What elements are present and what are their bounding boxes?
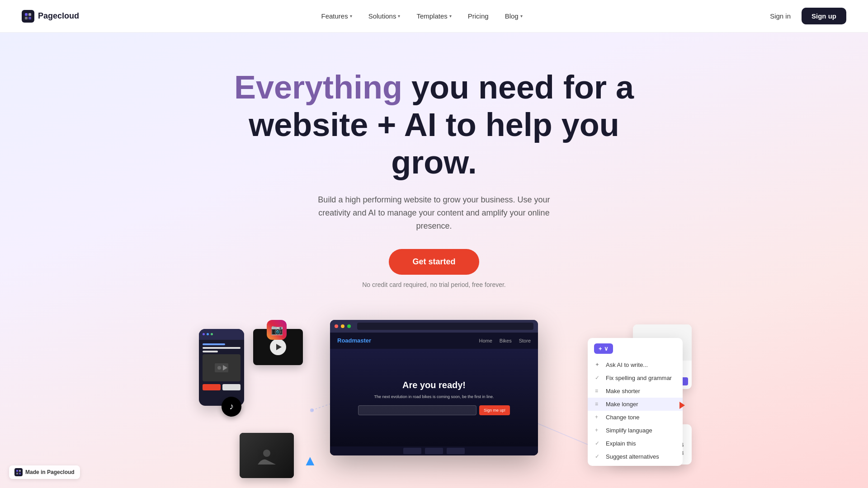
hero-section: Everything you need for a website + AI t… bbox=[0, 33, 868, 488]
nav-links: Features ▾ Solutions ▾ Templates ▾ Prici… bbox=[314, 9, 529, 23]
svg-rect-17 bbox=[16, 470, 18, 472]
svg-point-13 bbox=[263, 450, 270, 457]
svg-rect-18 bbox=[19, 470, 21, 472]
hero-title: Everything you need for a website + AI t… bbox=[231, 69, 637, 181]
check-icon: ✓ bbox=[595, 375, 601, 381]
ai-plus-button[interactable]: + ∨ bbox=[594, 343, 613, 354]
chevron-down-icon: ▾ bbox=[449, 14, 452, 19]
nav-pricing[interactable]: Pricing bbox=[461, 9, 496, 23]
signup-button[interactable]: Sign up bbox=[802, 8, 846, 24]
browser-signup-btn: Sign me up! bbox=[479, 405, 510, 415]
ai-explain[interactable]: ✓ Explain this bbox=[588, 437, 683, 450]
svg-point-12 bbox=[217, 366, 221, 370]
ai-fix-spelling[interactable]: ✓ Fix spelling and grammar bbox=[588, 371, 683, 385]
logo-icon bbox=[22, 10, 34, 23]
logo-text: Pagecloud bbox=[38, 11, 79, 21]
ai-context-menu: + ∨ ✦ Ask AI to write... ✓ Fix spelling … bbox=[588, 338, 683, 466]
ai-suggest-alternatives[interactable]: ✓ Suggest alternatives bbox=[588, 450, 683, 463]
chevron-down-icon: ▾ bbox=[350, 14, 352, 19]
image-card-inner bbox=[240, 433, 294, 478]
instagram-icon: 📷 bbox=[267, 320, 287, 340]
svg-rect-2 bbox=[25, 17, 28, 19]
browser-hero-title: Are you ready! bbox=[402, 380, 466, 390]
ai-make-shorter[interactable]: ≡ Make shorter bbox=[588, 385, 683, 398]
lines-icon: ≡ bbox=[595, 388, 601, 394]
chevron-down-icon: ▾ bbox=[520, 14, 523, 19]
browser-content: Roadmaster Home Bikes Store Are you read… bbox=[330, 333, 538, 455]
cursor-arrow-icon: ▲ bbox=[303, 452, 317, 469]
ai-simplify[interactable]: + Simplify language bbox=[588, 424, 683, 437]
browser-inner-nav: Roadmaster Home Bikes Store bbox=[330, 333, 538, 349]
browser-bar bbox=[330, 320, 538, 333]
svg-point-6 bbox=[310, 408, 314, 412]
play-icon bbox=[270, 339, 286, 355]
browser-bottom-strip bbox=[330, 446, 538, 455]
cursor-icon bbox=[679, 402, 685, 409]
browser-email-input bbox=[358, 405, 476, 415]
navigation: Pagecloud Features ▾ Solutions ▾ Templat… bbox=[0, 0, 868, 33]
ai-ask-write[interactable]: ✦ Ask AI to write... bbox=[588, 358, 683, 371]
browser-nav-items: Home Bikes Store bbox=[479, 338, 531, 343]
made-in-pagecloud-badge[interactable]: Made in Pagecloud bbox=[9, 465, 80, 479]
nav-actions: Sign in Sign up bbox=[764, 8, 846, 24]
svg-rect-0 bbox=[25, 13, 28, 16]
get-started-button[interactable]: Get started bbox=[389, 249, 479, 275]
hero-subtitle: Build a high performing website to grow … bbox=[303, 193, 565, 232]
hero-visual: 📷 ♪ Roadmaster Home Bikes bbox=[163, 320, 705, 488]
browser-mockup: Roadmaster Home Bikes Store Are you read… bbox=[330, 320, 538, 455]
chevron-down-icon: ▾ bbox=[398, 14, 400, 19]
browser-hero-area: Are you ready! The next evolution in roa… bbox=[330, 349, 538, 446]
browser-email-row: Sign me up! bbox=[358, 405, 510, 415]
nav-solutions[interactable]: Solutions ▾ bbox=[361, 9, 408, 23]
phone-mockup bbox=[199, 329, 244, 406]
nav-blog[interactable]: Blog ▾ bbox=[498, 9, 530, 23]
tiktok-icon: ♪ bbox=[222, 397, 241, 417]
hero-note: No credit card required, no trial period… bbox=[362, 281, 506, 288]
check-icon: ✓ bbox=[595, 440, 601, 446]
browser-url-bar bbox=[357, 323, 533, 330]
pagecloud-logo-icon bbox=[14, 468, 23, 476]
nav-templates[interactable]: Templates ▾ bbox=[409, 9, 458, 23]
made-badge-label: Made in Pagecloud bbox=[25, 469, 75, 475]
plus-icon: + bbox=[595, 414, 601, 420]
sparkle-icon: ✦ bbox=[595, 361, 601, 368]
svg-rect-1 bbox=[28, 13, 31, 16]
image-card bbox=[240, 433, 294, 478]
browser-hero-sub: The next evolution in road bikes is comi… bbox=[374, 394, 494, 400]
ai-change-tone[interactable]: + Change tone bbox=[588, 411, 683, 424]
svg-rect-19 bbox=[16, 473, 18, 474]
logo[interactable]: Pagecloud bbox=[22, 10, 79, 23]
hero-title-highlight: Everything bbox=[234, 69, 402, 105]
browser-brand: Roadmaster bbox=[337, 337, 371, 344]
svg-rect-20 bbox=[19, 473, 21, 474]
nav-features[interactable]: Features ▾ bbox=[314, 9, 359, 23]
ai-make-longer[interactable]: ≡ Make longer bbox=[588, 398, 683, 411]
signin-button[interactable]: Sign in bbox=[764, 9, 796, 23]
check-icon: ✓ bbox=[595, 453, 601, 460]
plus-icon: + bbox=[595, 427, 601, 433]
ai-menu-header: + ∨ bbox=[588, 341, 683, 358]
svg-rect-3 bbox=[28, 17, 31, 19]
lines-icon: ≡ bbox=[595, 401, 601, 407]
